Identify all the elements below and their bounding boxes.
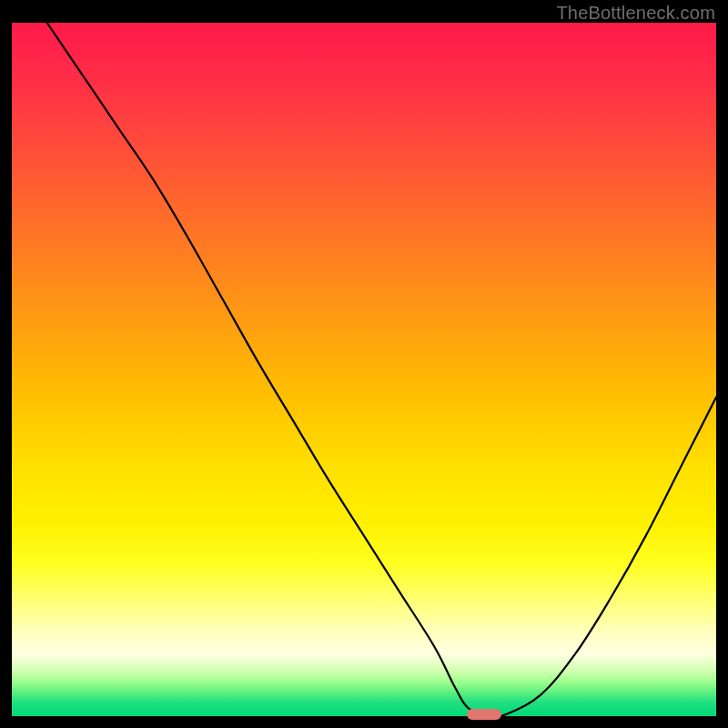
bottleneck-curve <box>12 23 716 716</box>
chart-container: TheBottleneck.com <box>0 0 728 728</box>
plot-area <box>12 23 716 716</box>
curve-path <box>47 23 716 716</box>
optimal-marker <box>467 709 501 720</box>
watermark-text: TheBottleneck.com <box>556 3 715 24</box>
